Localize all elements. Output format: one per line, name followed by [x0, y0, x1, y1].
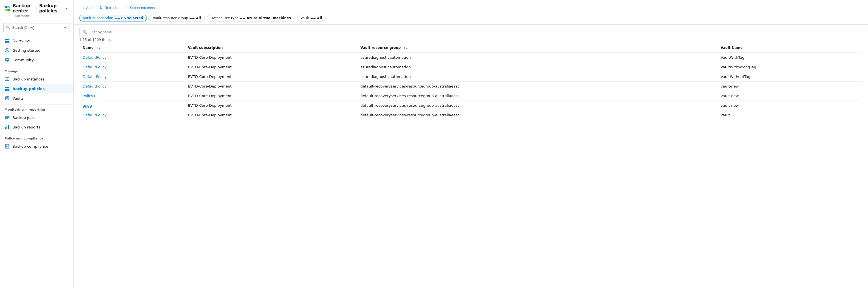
filter-datasource-type[interactable]: Datasource type == Azure Virtual machine… — [207, 15, 294, 22]
add-icon: + — [82, 5, 84, 10]
sidebar-item-overview[interactable]: Overview — [0, 36, 73, 45]
table-row: DefaultPolicy BVTD-Core-Deployment defau… — [79, 110, 862, 120]
svg-rect-18 — [5, 97, 9, 100]
sidebar-item-backup-instances-label: Backup instances — [12, 77, 45, 81]
cell-vault-subscription: BVTD-Core-Deployment — [184, 72, 357, 82]
vaults-icon — [4, 96, 10, 101]
policies-table: Name ↑↓ Vault subscription Vault resourc… — [79, 43, 862, 120]
policy-name-link[interactable]: DefaultPolicy — [83, 75, 107, 79]
sidebar-item-backup-jobs-label: Backup jobs — [12, 115, 34, 120]
sidebar-item-community[interactable]: Community — [0, 55, 73, 65]
title-separator: | — [36, 6, 37, 11]
add-button[interactable]: + Add — [79, 4, 95, 11]
sidebar-item-backup-policies-label: Backup policies — [12, 87, 45, 91]
svg-rect-4 — [5, 39, 7, 40]
cell-vault-resource-group: azurediagnosticautomation — [357, 53, 717, 62]
table-row: gggg BVTD-Core-Deployment default-recove… — [79, 101, 862, 110]
refresh-icon: ↻ — [99, 5, 103, 10]
sidebar-item-backup-instances[interactable]: Backup instances — [0, 74, 73, 84]
filter-by-name-input[interactable] — [89, 30, 161, 34]
table-header-row: Name ↑↓ Vault subscription Vault resourc… — [79, 43, 862, 53]
policy-name-link[interactable]: DefaultPolicy — [83, 84, 107, 88]
refresh-label: Refresh — [104, 6, 117, 10]
svg-rect-16 — [5, 89, 7, 91]
sidebar-item-overview-label: Overview — [12, 39, 30, 43]
toolbar: + Add ↻ Refresh → Select columns — [79, 4, 862, 11]
more-options-icon[interactable]: ··· — [64, 6, 69, 11]
sidebar-item-vaults[interactable]: Vaults — [0, 94, 73, 103]
section-manage: Manage — [0, 66, 73, 74]
sidebar-item-vaults-label: Vaults — [12, 96, 24, 101]
cell-vault-name: VaultWithWrongTag — [717, 62, 862, 72]
filter-vault[interactable]: Vault == All — [297, 15, 326, 22]
cell-name: DefaultPolicy — [79, 82, 184, 91]
filter-vault-resource-group-label: Vault resource group == — [153, 16, 195, 20]
policy-name-link[interactable]: Policy1 — [83, 94, 96, 98]
sort-name-icon[interactable]: ↑↓ — [96, 46, 101, 50]
cell-vault-name: vault1 — [717, 110, 862, 120]
filter-vault-resource-group-value: All — [196, 16, 201, 20]
select-columns-label: Select columns — [130, 6, 155, 10]
sidebar-item-backup-jobs[interactable]: Backup jobs — [0, 113, 73, 122]
cell-vault-subscription: BVTD-Core-Deployment — [184, 62, 357, 72]
filter-vault-subscription[interactable]: Vault subscription == 66 selected — [79, 15, 147, 22]
cell-vault-subscription: BVTD-Core-Deployment — [184, 91, 357, 101]
policy-name-link[interactable]: DefaultPolicy — [83, 65, 107, 69]
svg-rect-24 — [6, 126, 7, 129]
sidebar-item-getting-started-label: Getting started — [12, 48, 40, 52]
svg-rect-15 — [7, 87, 9, 88]
policy-name-link[interactable]: DefaultPolicy — [83, 113, 107, 117]
table-row: Policy1 BVTD-Core-Deployment default-rec… — [79, 91, 862, 101]
cell-vault-subscription: BVTD-Core-Deployment — [184, 82, 357, 91]
svg-rect-7 — [7, 41, 9, 43]
svg-rect-0 — [5, 6, 7, 8]
filter-vault-subscription-label: Vault subscription == — [83, 16, 120, 20]
filter-vault-resource-group[interactable]: Vault resource group == All — [149, 15, 205, 22]
backup-center-icon — [4, 4, 10, 12]
sidebar-item-backup-compliance[interactable]: Backup compliance — [0, 141, 73, 151]
cell-name: Policy1 — [79, 91, 184, 101]
sidebar-item-getting-started[interactable]: Getting started — [0, 45, 73, 55]
cell-name: DefaultPolicy — [79, 110, 184, 120]
svg-rect-14 — [5, 87, 7, 88]
cell-vault-name: vault-new — [717, 82, 862, 91]
sort-resource-group-icon[interactable]: ↑↓ — [403, 46, 408, 50]
add-label: Add — [86, 6, 93, 10]
filter-vault-subscription-value: 66 selected — [121, 16, 143, 20]
search-box[interactable]: 🔍 « — [3, 23, 70, 32]
refresh-button[interactable]: ↻ Refresh — [96, 4, 120, 11]
svg-point-19 — [6, 98, 8, 99]
svg-rect-23 — [5, 127, 6, 129]
table-body: DefaultPolicy BVTD-Core-Deployment azure… — [79, 53, 862, 120]
page-title-header: Backup policies — [39, 3, 63, 13]
cell-name: DefaultPolicy — [79, 72, 184, 82]
cell-vault-resource-group: azurediagnosticautomation — [357, 62, 717, 72]
policy-name-link[interactable]: gggg — [83, 103, 92, 108]
sidebar-item-backup-reports-label: Backup reports — [12, 125, 40, 129]
sidebar-item-backup-policies[interactable]: Backup policies — [0, 84, 73, 94]
svg-rect-3 — [7, 9, 10, 11]
svg-rect-5 — [7, 39, 9, 40]
policy-name-link[interactable]: DefaultPolicy — [83, 55, 107, 60]
svg-point-13 — [6, 78, 8, 80]
backup-reports-icon — [4, 124, 10, 130]
app-title: Backup center — [13, 3, 34, 13]
cell-vault-subscription: BVTD-Core-Deployment — [184, 110, 357, 120]
cell-vault-name: vault-new — [717, 101, 862, 110]
col-vault-subscription: Vault subscription — [184, 43, 357, 53]
col-name: Name ↑↓ — [79, 43, 184, 53]
filter-search-box[interactable]: 🔍 — [79, 28, 164, 36]
cell-name: gggg — [79, 101, 184, 110]
select-columns-icon: → — [124, 5, 128, 10]
table-row: DefaultPolicy BVTD-Core-Deployment azure… — [79, 62, 862, 72]
table-row: DefaultPolicy BVTD-Core-Deployment azure… — [79, 53, 862, 62]
svg-rect-6 — [5, 41, 7, 43]
collapse-button[interactable]: « — [63, 25, 67, 30]
select-columns-button[interactable]: → Select columns — [121, 4, 158, 11]
cell-vault-resource-group: default-recoveryservices-resourcegroup-a… — [357, 110, 717, 120]
cell-vault-resource-group: default-recoveryservices-resourcegroup-a… — [357, 91, 717, 101]
sidebar-item-backup-reports[interactable]: Backup reports — [0, 122, 73, 132]
search-input[interactable] — [12, 26, 61, 30]
col-vault-resource-group: Vault resource group ↑↓ — [357, 43, 717, 53]
sidebar-item-backup-compliance-label: Backup compliance — [12, 144, 48, 148]
